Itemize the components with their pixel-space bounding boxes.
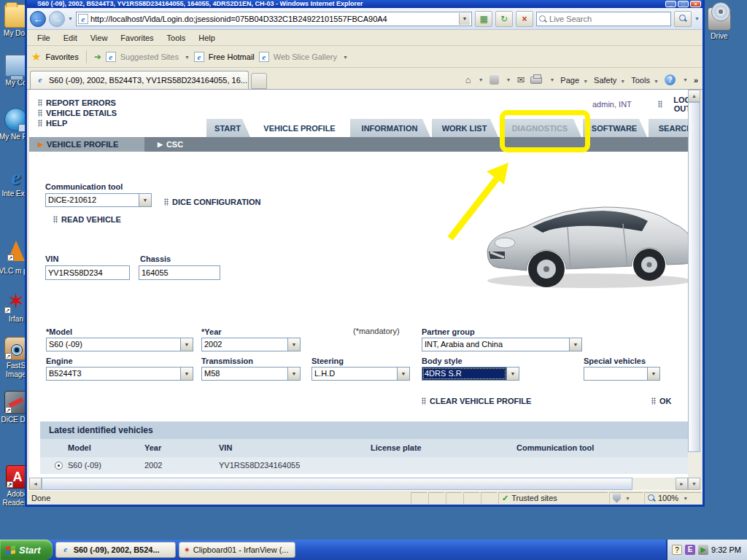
dropdown-arrow-icon[interactable]: ▼ (139, 194, 151, 206)
desktop-icon-drive[interactable]: Drive (699, 7, 740, 41)
safety-menu[interactable]: Safety ▼ (594, 76, 625, 85)
chevron-down-icon[interactable]: ▼ (683, 496, 688, 501)
feeds-dropdown-icon[interactable]: ▼ (506, 77, 511, 82)
menu-file[interactable]: File (31, 32, 56, 44)
menu-edit[interactable]: Edit (58, 32, 83, 44)
table-row[interactable]: S60 (-09) 2002 YV1RS58D234164055 (40, 457, 689, 474)
address-dropdown-icon[interactable]: ▼ (459, 13, 470, 25)
help-link[interactable]: HELP (38, 119, 67, 128)
dropdown-arrow-icon[interactable]: ▼ (569, 338, 581, 351)
help-icon[interactable]: ? (665, 74, 676, 85)
taskbar-item-irfanview[interactable]: ✶ Clipboard01 - IrfanView (... (179, 542, 295, 558)
body-style-select[interactable]: 4DRS S.R ▼ (422, 367, 519, 381)
steering-select[interactable]: L.H.D ▼ (311, 367, 410, 381)
dropdown-arrow-icon[interactable]: ▼ (647, 368, 659, 380)
refresh-button[interactable]: ↻ (495, 11, 513, 27)
chevron-down-icon[interactable]: ▼ (343, 55, 348, 60)
web-slice-gallery-link[interactable]: Web Slice Gallery (274, 52, 337, 61)
tray-help-icon[interactable]: ? (672, 545, 682, 555)
search-input[interactable] (549, 15, 668, 23)
home-icon[interactable]: ⌂ (465, 74, 471, 85)
vehicle-details-link[interactable]: VEHICLE DETAILS (38, 109, 117, 117)
print-icon[interactable] (530, 77, 542, 84)
address-url[interactable]: http://localhost/Vida/Login.do;jsessioni… (90, 15, 457, 23)
dropdown-arrow-icon[interactable]: ▼ (180, 368, 193, 380)
add-favorites-icon[interactable]: ➜ (94, 52, 101, 62)
year-select[interactable]: 2002 ▼ (201, 338, 301, 351)
scroll-right-button[interactable]: ► (676, 478, 688, 490)
more-commands-chevron[interactable]: » (694, 76, 698, 85)
breadcrumb-csc[interactable]: ▶ CSC (144, 140, 183, 149)
communication-tool-select[interactable]: DiCE-210612 ▼ (45, 193, 152, 207)
browser-tab[interactable]: e S60 (-09), 2002, B5244T3, YV1RS58D2341… (30, 71, 249, 89)
protected-mode-pane[interactable]: ▼ (609, 492, 643, 504)
transmission-select[interactable]: M58 ▼ (201, 367, 301, 381)
vertical-scrollbar[interactable]: ▲ ▼ (688, 90, 700, 490)
menu-favorites[interactable]: Favorites (115, 32, 159, 44)
tab-software[interactable]: SOFTWARE (583, 119, 647, 137)
chevron-down-icon[interactable]: ▼ (625, 496, 630, 501)
chassis-input[interactable] (139, 265, 220, 280)
breadcrumb-vehicle-profile[interactable]: ▶ VEHICLE PROFILE (29, 137, 144, 152)
close-button[interactable]: × (690, 1, 701, 7)
dice-configuration-link[interactable]: DICE CONFIGURATION (164, 198, 260, 206)
tab-work-list[interactable]: WORK LIST (432, 119, 498, 137)
tray-status-icon[interactable]: ▶ (698, 545, 708, 555)
tab-start[interactable]: START (206, 119, 250, 137)
favorites-button[interactable]: Favorites (45, 52, 78, 61)
special-vehicles-select[interactable]: ▼ (584, 367, 660, 381)
suggested-sites-link[interactable]: Suggested Sites (120, 52, 179, 61)
back-button[interactable]: ← (30, 11, 46, 27)
horizontal-scrollbar[interactable]: ◄ ► (29, 478, 688, 490)
dropdown-arrow-icon[interactable]: ▼ (287, 338, 300, 351)
print-dropdown-icon[interactable]: ▼ (549, 77, 554, 82)
read-vehicle-link[interactable]: READ VEHICLE (53, 215, 121, 224)
taskbar-item-ie[interactable]: e S60 (-09), 2002, B524... (55, 542, 176, 558)
search-options-dropdown-icon[interactable]: ▼ (694, 16, 700, 21)
ok-link[interactable]: OK (651, 397, 672, 405)
tab-vehicle-profile[interactable]: VEHICLE PROFILE (252, 119, 349, 137)
menu-tools[interactable]: Tools (161, 32, 192, 44)
chevron-down-icon[interactable]: ▼ (185, 55, 190, 60)
stop-button[interactable]: × (516, 11, 533, 27)
dropdown-arrow-icon[interactable]: ▼ (506, 368, 519, 380)
engine-select[interactable]: B5244T3 ▼ (46, 367, 193, 381)
page-menu[interactable]: Page ▼ (560, 76, 588, 85)
model-select[interactable]: S60 (-09) ▼ (46, 338, 193, 351)
menu-view[interactable]: View (85, 32, 114, 44)
clear-vehicle-profile-link[interactable]: CLEAR VEHICLE PROFILE (422, 397, 531, 405)
forward-button[interactable]: → (49, 11, 65, 27)
vin-input[interactable] (45, 265, 130, 280)
history-dropdown-icon[interactable]: ▼ (68, 16, 73, 21)
zoom-pane[interactable]: 100% ▼ (644, 492, 701, 504)
menu-help[interactable]: Help (193, 32, 221, 44)
free-hotmail-link[interactable]: Free Hotmail (209, 52, 255, 61)
address-bar[interactable]: e http://localhost/Vida/Login.do;jsessio… (76, 12, 472, 26)
compatibility-view-button[interactable]: ▦ (475, 11, 492, 27)
help-dropdown-icon[interactable]: ▼ (683, 77, 688, 82)
partner-group-select[interactable]: INT, Arabia and China ▼ (422, 338, 582, 351)
vehicle-radio[interactable] (55, 462, 63, 470)
start-button[interactable]: Start (0, 540, 53, 560)
window-titlebar[interactable]: S60 (-09), 2002, B5244T3, YV1RS58D234164… (27, 0, 703, 8)
home-dropdown-icon[interactable]: ▼ (479, 77, 484, 82)
search-box[interactable] (536, 12, 671, 26)
read-mail-icon[interactable]: ✉ (517, 74, 525, 85)
minimize-button[interactable]: _ (665, 1, 676, 7)
tray-app-icon[interactable]: E (685, 545, 695, 555)
dropdown-arrow-icon[interactable]: ▼ (287, 368, 300, 380)
search-go-button[interactable] (674, 11, 692, 27)
scroll-up-button[interactable]: ▲ (688, 90, 700, 102)
scroll-left-button[interactable]: ◄ (29, 478, 42, 490)
dropdown-arrow-icon[interactable]: ▼ (180, 338, 193, 351)
dropdown-arrow-icon[interactable]: ▼ (397, 368, 409, 380)
tab-information[interactable]: INFORMATION (350, 119, 430, 137)
report-errors-link[interactable]: REPORT ERRORS (38, 98, 116, 107)
scroll-down-button[interactable]: ▼ (688, 478, 700, 490)
vertical-scroll-thumb[interactable] (688, 102, 700, 452)
horizontal-scroll-thumb[interactable] (42, 478, 632, 490)
new-tab-button[interactable] (251, 73, 267, 89)
maximize-button[interactable]: □ (678, 1, 689, 7)
tools-menu[interactable]: Tools ▼ (631, 76, 659, 85)
feeds-icon[interactable] (489, 75, 499, 85)
